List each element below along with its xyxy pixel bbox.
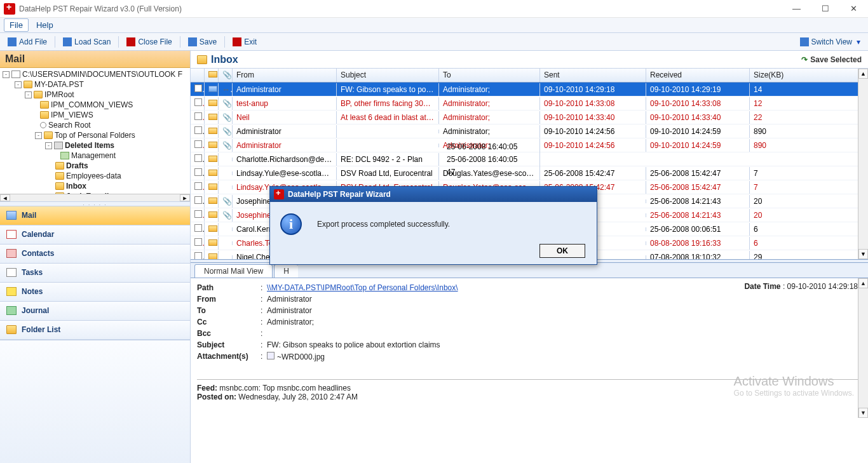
col-attachment[interactable]: 📎 (219, 69, 233, 82)
scroll-up-button[interactable]: ▲ (858, 278, 868, 288)
maximize-button[interactable]: ☐ (811, 0, 839, 18)
tab-hidden[interactable]: H (274, 264, 298, 278)
nav-tasks[interactable]: Tasks (0, 264, 190, 283)
tree-search-root[interactable]: Search Root (3, 120, 190, 130)
row-checkbox[interactable] (194, 140, 202, 148)
detail-vertical-scrollbar[interactable]: ▲ ▼ (858, 278, 868, 418)
collapse-icon[interactable]: - (25, 91, 32, 98)
scroll-track[interactable] (10, 194, 180, 201)
detail-tabs: Normal Mail View H (191, 263, 868, 278)
envelope-icon (208, 239, 217, 246)
detail-from-value: Administrator (267, 295, 862, 304)
menu-help[interactable]: Help (31, 19, 58, 31)
nav-mail[interactable]: Mail (0, 206, 190, 225)
col-received[interactable]: Received (646, 69, 750, 82)
scroll-left-button[interactable]: ◄ (0, 194, 10, 201)
col-checkbox[interactable] (191, 69, 205, 82)
dialog-title-bar[interactable]: DataHelp PST Repair Wizard (270, 187, 597, 202)
switch-view-button[interactable]: Switch View▾ (796, 36, 864, 48)
calendar-icon (6, 230, 17, 239)
export-complete-dialog: DataHelp PST Repair Wizard Export proces… (269, 186, 597, 265)
row-checkbox[interactable] (194, 196, 202, 204)
collapse-icon[interactable]: - (35, 132, 42, 139)
collapse-icon[interactable]: - (3, 71, 10, 78)
cell-size: 7 (750, 181, 848, 194)
tree-root[interactable]: -C:\USERS\ADMIN\DOCUMENTS\OUTLOOK F (3, 69, 190, 79)
row-checkbox[interactable] (194, 210, 202, 218)
mail-row[interactable]: ↔AdministratorFW: Gibson speaks to polic… (191, 83, 868, 97)
tree-ipm-common[interactable]: IPM_COMMON_VIEWS (3, 100, 190, 110)
nav-contacts[interactable]: Contacts (0, 245, 190, 264)
cell-to: Administrator; (439, 97, 540, 110)
ok-button[interactable]: OK (539, 244, 585, 258)
tree-top-personal[interactable]: -Top of Personal Folders (3, 130, 190, 140)
close-button[interactable]: ✕ (839, 0, 868, 18)
table-vertical-scrollbar[interactable]: ▲ ▼ (858, 69, 868, 259)
envelope-icon (208, 184, 217, 190)
row-checkbox[interactable] (194, 182, 202, 190)
tree-inbox[interactable]: Inbox (3, 181, 190, 191)
tree-pst[interactable]: -MY-DATA.PST (3, 79, 190, 90)
cell-size: 6 (750, 223, 848, 236)
row-checkbox[interactable] (194, 154, 202, 162)
scroll-track[interactable] (858, 79, 868, 249)
row-checkbox[interactable] (194, 168, 202, 176)
row-checkbox[interactable] (194, 238, 202, 246)
col-subject[interactable]: Subject (337, 69, 439, 82)
col-sent[interactable]: Sent (540, 69, 646, 82)
collapse-icon[interactable]: - (45, 142, 52, 149)
close-file-button[interactable]: Close File (123, 36, 175, 48)
col-from[interactable]: From (233, 69, 337, 82)
add-file-button[interactable]: Add File (4, 36, 51, 48)
minimize-button[interactable]: — (782, 0, 811, 18)
nav-notes[interactable]: Notes (0, 283, 190, 302)
col-to[interactable]: To (439, 69, 540, 82)
tree-ipm-views[interactable]: IPM_VIEWS (3, 110, 190, 120)
nav-folder-list[interactable]: Folder List (0, 321, 190, 340)
mail-row[interactable]: 📎AdministratorAdministrator;09-10-2010 1… (191, 124, 868, 138)
scroll-down-button[interactable]: ▼ (858, 408, 868, 418)
cell-subject (337, 130, 439, 133)
save-button[interactable]: Save (184, 36, 220, 48)
tree-ipmroot[interactable]: -IPMRoot (3, 90, 190, 100)
row-checkbox[interactable] (194, 98, 202, 106)
nav-calendar[interactable]: Calendar (0, 225, 190, 245)
collapse-icon[interactable]: - (15, 81, 22, 88)
exit-button[interactable]: Exit (229, 36, 261, 48)
resize-grip[interactable]: · · · · · (0, 201, 190, 206)
envelope-icon (208, 156, 217, 162)
scroll-down-button[interactable]: ▼ (858, 249, 868, 259)
scroll-right-button[interactable]: ► (180, 194, 190, 201)
nav-notes-label: Notes (22, 287, 43, 296)
mail-row[interactable]: Charlotte.Richardson@dexio...RE: DCL 949… (191, 152, 868, 166)
cell-from: Lindsay.Yule@ese-scotland.c... (233, 167, 337, 180)
tree-employees[interactable]: Employees-data (3, 171, 190, 181)
col-size[interactable]: Size(KB) (750, 69, 848, 82)
col-envelope[interactable] (205, 69, 219, 82)
save-selected-label: Save Selected (810, 55, 862, 64)
detail-to-label: To (197, 306, 261, 315)
row-checkbox[interactable] (194, 84, 202, 92)
mail-row[interactable]: Lindsay.Yule@ese-scotland.c...DSV Road L… (191, 166, 868, 180)
menu-file[interactable]: File (4, 18, 29, 32)
nav-journal[interactable]: Journal (0, 302, 190, 321)
tree-management-sub[interactable]: Management (3, 151, 190, 161)
detail-path-link[interactable]: \\MY-DATA.PST\IPMRoot\Top of Personal Fo… (267, 283, 458, 292)
tree-horizontal-scrollbar[interactable]: ◄ ► (0, 194, 190, 201)
tree-drafts[interactable]: Drafts (3, 161, 190, 171)
folder-tree[interactable]: -C:\USERS\ADMIN\DOCUMENTS\OUTLOOK F -MY-… (0, 68, 190, 194)
mail-row[interactable]: 📎NeilAt least 6 dead in blast at Ch...Ad… (191, 111, 868, 124)
scroll-up-button[interactable]: ▲ (858, 69, 868, 79)
row-checkbox[interactable] (194, 224, 202, 232)
save-selected-button[interactable]: ↷ Save Selected (801, 55, 862, 64)
plus-icon (8, 37, 17, 46)
row-checkbox[interactable] (194, 112, 202, 120)
mail-row[interactable]: 📎test-anupBP, other firms facing 300 la.… (191, 97, 868, 111)
tree-deleted-items[interactable]: -Deleted Items (3, 140, 190, 151)
cell-size: 7 (750, 167, 848, 180)
scroll-track[interactable] (858, 288, 868, 408)
row-checkbox[interactable] (194, 126, 202, 134)
row-checkbox[interactable] (194, 252, 202, 259)
tab-normal-mail-view[interactable]: Normal Mail View (194, 264, 273, 278)
load-scan-button[interactable]: Load Scan (59, 36, 114, 48)
